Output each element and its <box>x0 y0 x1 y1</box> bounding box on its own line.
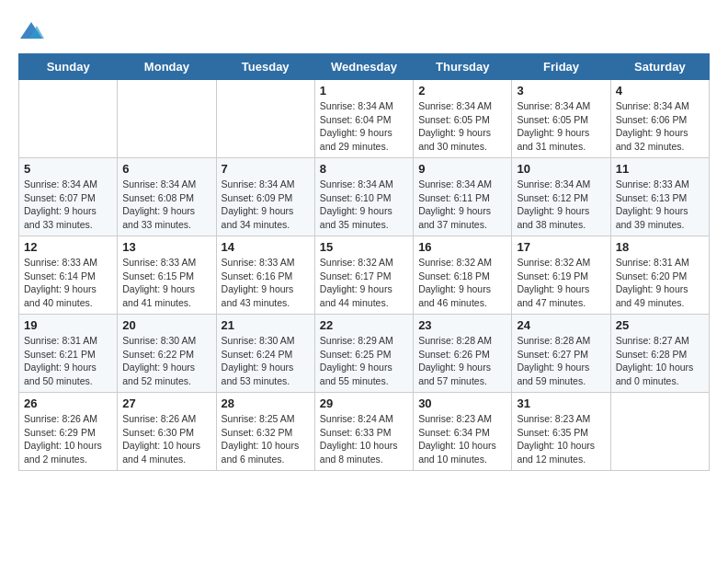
calendar-cell: 13Sunrise: 8:33 AMSunset: 6:15 PMDayligh… <box>118 236 216 315</box>
day-number: 25 <box>616 318 704 332</box>
day-number: 14 <box>222 240 310 254</box>
day-header-wednesday: Wednesday <box>314 54 413 80</box>
calendar-cell: 25Sunrise: 8:27 AMSunset: 6:28 PMDayligh… <box>610 315 709 393</box>
calendar-cell: 9Sunrise: 8:34 AMSunset: 6:11 PMDaylight… <box>414 158 512 236</box>
calendar-cell: 12Sunrise: 8:33 AMSunset: 6:14 PMDayligh… <box>19 236 118 315</box>
day-info: Sunrise: 8:32 AMSunset: 6:19 PMDaylight:… <box>517 256 605 310</box>
day-info: Sunrise: 8:27 AMSunset: 6:28 PMDaylight:… <box>616 334 704 388</box>
day-header-saturday: Saturday <box>610 54 709 80</box>
day-number: 18 <box>616 240 704 254</box>
day-number: 16 <box>418 240 506 254</box>
calendar-cell: 22Sunrise: 8:29 AMSunset: 6:25 PMDayligh… <box>314 315 413 393</box>
calendar-cell: 26Sunrise: 8:26 AMSunset: 6:29 PMDayligh… <box>19 393 118 471</box>
calendar-cell: 21Sunrise: 8:30 AMSunset: 6:24 PMDayligh… <box>216 315 314 393</box>
day-info: Sunrise: 8:25 AMSunset: 6:32 PMDaylight:… <box>222 412 310 466</box>
day-info: Sunrise: 8:32 AMSunset: 6:17 PMDaylight:… <box>320 256 408 310</box>
day-number: 8 <box>320 162 408 176</box>
day-number: 3 <box>517 84 605 98</box>
day-number: 5 <box>24 162 112 176</box>
day-number: 31 <box>517 396 605 410</box>
day-info: Sunrise: 8:24 AMSunset: 6:33 PMDaylight:… <box>320 412 408 466</box>
calendar-cell: 23Sunrise: 8:28 AMSunset: 6:26 PMDayligh… <box>414 315 512 393</box>
day-info: Sunrise: 8:34 AMSunset: 6:09 PMDaylight:… <box>222 178 310 232</box>
day-info: Sunrise: 8:34 AMSunset: 6:05 PMDaylight:… <box>517 99 605 154</box>
days-header-row: SundayMondayTuesdayWednesdayThursdayFrid… <box>19 54 710 80</box>
day-header-friday: Friday <box>512 54 610 80</box>
logo-icon <box>18 18 44 44</box>
day-number: 11 <box>616 162 704 176</box>
calendar: SundayMondayTuesdayWednesdayThursdayFrid… <box>18 53 710 471</box>
calendar-cell: 18Sunrise: 8:31 AMSunset: 6:20 PMDayligh… <box>610 236 709 315</box>
day-number: 29 <box>320 396 408 410</box>
logo <box>18 18 46 44</box>
day-info: Sunrise: 8:29 AMSunset: 6:25 PMDaylight:… <box>320 334 408 388</box>
page: SundayMondayTuesdayWednesdayThursdayFrid… <box>0 0 728 480</box>
day-info: Sunrise: 8:28 AMSunset: 6:27 PMDaylight:… <box>517 334 605 388</box>
calendar-cell: 7Sunrise: 8:34 AMSunset: 6:09 PMDaylight… <box>216 158 314 236</box>
calendar-cell: 29Sunrise: 8:24 AMSunset: 6:33 PMDayligh… <box>314 393 413 471</box>
day-number: 7 <box>222 162 310 176</box>
week-row-1: 1Sunrise: 8:34 AMSunset: 6:04 PMDaylight… <box>19 80 710 158</box>
day-info: Sunrise: 8:34 AMSunset: 6:10 PMDaylight:… <box>320 178 408 232</box>
day-number: 15 <box>320 240 408 254</box>
day-header-tuesday: Tuesday <box>216 54 314 80</box>
calendar-cell: 2Sunrise: 8:34 AMSunset: 6:05 PMDaylight… <box>414 80 512 158</box>
week-row-4: 19Sunrise: 8:31 AMSunset: 6:21 PMDayligh… <box>19 315 710 393</box>
calendar-cell: 31Sunrise: 8:23 AMSunset: 6:35 PMDayligh… <box>512 393 610 471</box>
day-info: Sunrise: 8:28 AMSunset: 6:26 PMDaylight:… <box>418 334 506 388</box>
day-header-thursday: Thursday <box>414 54 512 80</box>
day-info: Sunrise: 8:33 AMSunset: 6:13 PMDaylight:… <box>616 178 704 232</box>
day-info: Sunrise: 8:34 AMSunset: 6:07 PMDaylight:… <box>24 178 112 232</box>
header <box>18 18 710 44</box>
week-row-5: 26Sunrise: 8:26 AMSunset: 6:29 PMDayligh… <box>19 393 710 471</box>
calendar-cell: 10Sunrise: 8:34 AMSunset: 6:12 PMDayligh… <box>512 158 610 236</box>
day-number: 19 <box>24 318 112 332</box>
day-number: 22 <box>320 318 408 332</box>
calendar-cell: 8Sunrise: 8:34 AMSunset: 6:10 PMDaylight… <box>314 158 413 236</box>
day-number: 13 <box>122 240 210 254</box>
day-info: Sunrise: 8:31 AMSunset: 6:20 PMDaylight:… <box>616 256 704 310</box>
day-number: 28 <box>222 396 310 410</box>
calendar-cell: 3Sunrise: 8:34 AMSunset: 6:05 PMDaylight… <box>512 80 610 158</box>
calendar-cell: 20Sunrise: 8:30 AMSunset: 6:22 PMDayligh… <box>118 315 216 393</box>
calendar-cell: 15Sunrise: 8:32 AMSunset: 6:17 PMDayligh… <box>314 236 413 315</box>
day-info: Sunrise: 8:31 AMSunset: 6:21 PMDaylight:… <box>24 334 112 388</box>
day-info: Sunrise: 8:32 AMSunset: 6:18 PMDaylight:… <box>418 256 506 310</box>
day-info: Sunrise: 8:34 AMSunset: 6:05 PMDaylight:… <box>418 99 506 154</box>
calendar-cell: 28Sunrise: 8:25 AMSunset: 6:32 PMDayligh… <box>216 393 314 471</box>
day-info: Sunrise: 8:34 AMSunset: 6:08 PMDaylight:… <box>122 178 210 232</box>
day-info: Sunrise: 8:34 AMSunset: 6:04 PMDaylight:… <box>320 99 408 154</box>
calendar-cell: 11Sunrise: 8:33 AMSunset: 6:13 PMDayligh… <box>610 158 709 236</box>
day-number: 10 <box>517 162 605 176</box>
day-number: 9 <box>418 162 506 176</box>
day-info: Sunrise: 8:33 AMSunset: 6:15 PMDaylight:… <box>122 256 210 310</box>
calendar-body: 1Sunrise: 8:34 AMSunset: 6:04 PMDaylight… <box>19 80 710 471</box>
calendar-cell: 14Sunrise: 8:33 AMSunset: 6:16 PMDayligh… <box>216 236 314 315</box>
day-info: Sunrise: 8:26 AMSunset: 6:29 PMDaylight:… <box>24 412 112 466</box>
calendar-cell: 24Sunrise: 8:28 AMSunset: 6:27 PMDayligh… <box>512 315 610 393</box>
calendar-cell <box>216 80 314 158</box>
day-header-sunday: Sunday <box>19 54 118 80</box>
day-info: Sunrise: 8:34 AMSunset: 6:06 PMDaylight:… <box>616 99 704 154</box>
day-number: 12 <box>24 240 112 254</box>
day-number: 17 <box>517 240 605 254</box>
week-row-2: 5Sunrise: 8:34 AMSunset: 6:07 PMDaylight… <box>19 158 710 236</box>
calendar-cell: 1Sunrise: 8:34 AMSunset: 6:04 PMDaylight… <box>314 80 413 158</box>
day-number: 20 <box>122 318 210 332</box>
day-info: Sunrise: 8:26 AMSunset: 6:30 PMDaylight:… <box>122 412 210 466</box>
week-row-3: 12Sunrise: 8:33 AMSunset: 6:14 PMDayligh… <box>19 236 710 315</box>
calendar-cell <box>610 393 709 471</box>
day-info: Sunrise: 8:34 AMSunset: 6:12 PMDaylight:… <box>517 178 605 232</box>
day-number: 1 <box>320 84 408 98</box>
calendar-cell: 19Sunrise: 8:31 AMSunset: 6:21 PMDayligh… <box>19 315 118 393</box>
day-number: 23 <box>418 318 506 332</box>
calendar-cell: 27Sunrise: 8:26 AMSunset: 6:30 PMDayligh… <box>118 393 216 471</box>
day-number: 4 <box>616 84 704 98</box>
day-number: 21 <box>222 318 310 332</box>
calendar-cell: 17Sunrise: 8:32 AMSunset: 6:19 PMDayligh… <box>512 236 610 315</box>
calendar-header: SundayMondayTuesdayWednesdayThursdayFrid… <box>19 54 710 80</box>
calendar-cell: 30Sunrise: 8:23 AMSunset: 6:34 PMDayligh… <box>414 393 512 471</box>
calendar-cell: 6Sunrise: 8:34 AMSunset: 6:08 PMDaylight… <box>118 158 216 236</box>
day-header-monday: Monday <box>118 54 216 80</box>
day-info: Sunrise: 8:23 AMSunset: 6:35 PMDaylight:… <box>517 412 605 466</box>
